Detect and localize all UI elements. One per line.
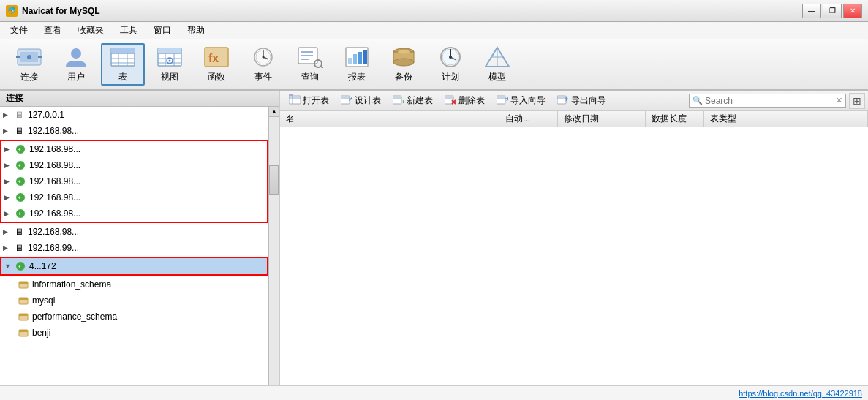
tree-item-192-2[interactable]: ▶ 🖥 192.168.98... <box>0 123 268 139</box>
tree-scrollbar[interactable]: ▲ ▼ <box>268 107 279 400</box>
tree-item-192-6[interactable]: ▶ + 192.168.98... <box>1 189 267 205</box>
server-label-192-5: 192.168.98... <box>29 176 80 186</box>
menu-tools[interactable]: 工具 <box>113 23 145 38</box>
expand-arrow-192-2: ▶ <box>3 127 13 135</box>
delete-table-label: 删除表 <box>458 94 485 107</box>
svg-text:fx: fx <box>208 52 219 64</box>
connections-header: 连接 <box>0 91 279 107</box>
menu-favorites[interactable]: 收藏夹 <box>70 23 111 38</box>
server-label-127: 127.0.0.1 <box>28 110 64 120</box>
new-table-button[interactable]: + 新建表 <box>387 92 439 110</box>
toolbar-connect[interactable]: 连接 <box>7 43 51 86</box>
tree-item-info-schema[interactable]: information_schema <box>0 276 268 293</box>
menu-file[interactable]: 文件 <box>3 23 35 38</box>
connection-tree[interactable]: ▶ 🖥 127.0.0.1 ▶ 🖥 192.168.98... ▶ <box>0 107 268 400</box>
menu-help[interactable]: 帮助 <box>180 23 212 38</box>
search-clear-button[interactable]: ✕ <box>836 96 842 105</box>
expand-arrow-ip10: ▼ <box>4 263 15 270</box>
expand-arrow-192-3: ▶ <box>4 146 15 153</box>
svg-text:+: + <box>18 162 21 169</box>
export-button[interactable]: 导出向导 <box>551 92 612 110</box>
svg-rect-37 <box>353 54 357 64</box>
view-label: 视图 <box>161 71 178 83</box>
col-header-len: 数据长度 <box>646 111 704 127</box>
server-label-192-6: 192.168.98... <box>29 192 80 203</box>
scroll-thumb[interactable] <box>269 165 279 195</box>
tree-item-192-3[interactable]: ▶ + 192.168.98... <box>1 141 267 157</box>
app-title: Navicat for MySQL <box>22 6 100 16</box>
svg-line-34 <box>321 67 323 68</box>
db-label-mysql: mysql <box>32 295 55 306</box>
design-table-button[interactable]: 设计表 <box>335 92 387 110</box>
search-input[interactable] <box>705 96 834 106</box>
tree-item-192-8[interactable]: ▶ 🖥 192.168.98... <box>0 224 268 240</box>
server-icon-192-4: + <box>15 159 26 171</box>
query-icon <box>297 45 323 69</box>
menu-bar: 文件 查看 收藏夹 工具 窗口 帮助 <box>0 22 868 39</box>
col-header-type: 表类型 <box>704 111 868 127</box>
db-label-benji: benji <box>32 328 50 338</box>
tree-item-perf-schema[interactable]: performance_schema <box>0 309 268 325</box>
export-icon <box>557 94 569 107</box>
toolbar-model[interactable]: 模型 <box>475 43 519 86</box>
scroll-up-button[interactable]: ▲ <box>269 107 279 117</box>
toolbar-func[interactable]: fx 函数 <box>195 43 238 86</box>
menu-window[interactable]: 窗口 <box>146 23 178 38</box>
expand-arrow-192-4: ▶ <box>4 162 15 169</box>
open-table-button[interactable]: 打开表 <box>283 92 335 110</box>
toolbar-user[interactable]: 用户 <box>54 43 98 86</box>
svg-point-28 <box>263 56 265 59</box>
func-label: 函数 <box>208 71 225 83</box>
new-table-icon: + <box>393 94 404 107</box>
open-table-label: 打开表 <box>303 94 329 107</box>
toolbar-event[interactable]: 事件 <box>241 43 285 86</box>
open-table-icon <box>289 94 301 107</box>
toolbar-table[interactable]: 表 <box>101 43 145 86</box>
server-label-192-3: 192.168.98... <box>29 144 80 154</box>
delete-table-button[interactable]: 删除表 <box>439 92 491 110</box>
tree-item-192-7[interactable]: ▶ + 192.168.98... <box>1 205 267 222</box>
model-label: 模型 <box>488 71 506 83</box>
tree-item-127[interactable]: ▶ 🖥 127.0.0.1 <box>0 107 268 123</box>
server-label-192-8: 192.168.98... <box>28 227 79 237</box>
tree-item-192-4[interactable]: ▶ + 192.168.98... <box>1 157 267 173</box>
window-controls: — ❐ ✕ <box>802 4 862 18</box>
menu-view[interactable]: 查看 <box>37 23 69 38</box>
svg-point-21 <box>169 60 171 62</box>
server-icon-192-2: 🖥 <box>13 125 25 137</box>
svg-rect-12 <box>111 48 135 53</box>
tree-item-192-9[interactable]: ▶ 🖥 192.168.99... <box>0 240 268 256</box>
import-icon <box>497 94 508 107</box>
close-button[interactable]: ✕ <box>843 4 862 18</box>
svg-rect-36 <box>348 58 352 64</box>
db-icon-mysql <box>18 295 29 306</box>
status-bar: https://blog.csdn.net/qq_43422918 <box>0 385 868 400</box>
server-icon-192-7: + <box>15 208 26 219</box>
user-icon <box>63 45 89 69</box>
toolbar-query[interactable]: 查询 <box>288 43 332 86</box>
col-header-date: 修改日期 <box>558 111 646 127</box>
col-header-auto: 自动... <box>499 111 558 127</box>
tree-item-mysql[interactable]: mysql <box>0 293 268 309</box>
toolbar-report[interactable]: 报表 <box>335 43 379 86</box>
db-icon-benji <box>18 327 29 339</box>
svg-rect-78 <box>393 96 401 104</box>
restore-button[interactable]: ❐ <box>823 4 842 18</box>
server-label-192-4: 192.168.98... <box>29 160 80 170</box>
search-box: 🔍 ✕ <box>689 94 846 108</box>
toolbar-backup[interactable]: 备份 <box>382 43 426 86</box>
tree-item-benji[interactable]: benji <box>0 325 268 341</box>
event-label: 事件 <box>254 71 272 83</box>
grid-view-button[interactable]: ⊞ <box>849 93 865 109</box>
minimize-button[interactable]: — <box>802 4 821 18</box>
import-button[interactable]: 导入向导 <box>491 92 551 110</box>
server-icon-ip10: + <box>15 260 26 272</box>
svg-text:+: + <box>18 211 21 217</box>
tree-item-192-5[interactable]: ▶ + 192.168.98... <box>1 173 267 189</box>
toolbar-view[interactable]: 视图 <box>148 43 192 86</box>
main-toolbar: 连接 用户 <box>0 39 868 91</box>
server-icon-192-8: 🖥 <box>13 226 25 238</box>
backup-label: 备份 <box>395 71 412 83</box>
tree-item-ip10[interactable]: ▼ + 4...172 <box>1 258 267 274</box>
toolbar-schedule[interactable]: 计划 <box>429 43 472 86</box>
